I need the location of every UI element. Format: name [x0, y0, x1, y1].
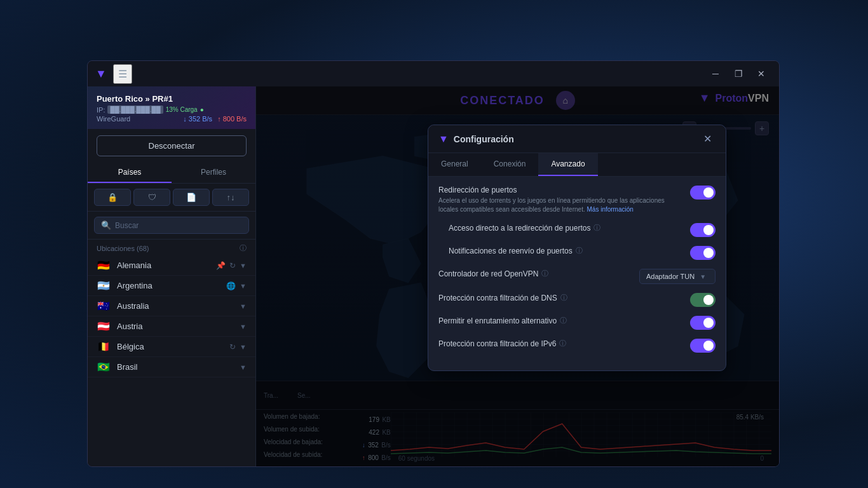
toggle-track-alt-routing[interactable] — [690, 316, 715, 330]
filter-shield-button[interactable]: 🛡 — [133, 189, 170, 206]
toggle-thumb-port-notifications — [703, 248, 714, 258]
pin-icon-alemania: 📌 — [216, 261, 226, 270]
ipv6-leak-info-icon[interactable]: ⓘ — [559, 339, 566, 348]
port-forwarding-link[interactable]: Más información — [587, 206, 633, 213]
setting-port-forwarding-label: Redirección de puertos — [438, 186, 680, 194]
modal-logo-icon: ▼ — [438, 133, 449, 145]
locations-info-icon[interactable]: ⓘ — [240, 243, 247, 253]
maximize-button[interactable]: ❐ — [728, 65, 749, 83]
tab-general[interactable]: General — [428, 153, 481, 176]
close-button[interactable]: ✕ — [751, 65, 771, 83]
sidebar: Puerto Rico » PR#1 IP: ██.███.███.██ 13%… — [88, 86, 256, 466]
openvpn-select[interactable]: Adaptador TUN ▼ — [639, 269, 715, 284]
toggle-ipv6-leak[interactable] — [690, 339, 715, 353]
flag-alemania: 🇩🇪 — [97, 261, 111, 270]
setting-direct-access-label: Acceso directo a la redirección de puert… — [449, 223, 680, 233]
toggle-thumb-direct-access — [703, 225, 714, 235]
filter-speed-button[interactable]: ↑↓ — [212, 189, 249, 206]
app-window: ▼ ☰ ─ ❐ ✕ Puerto Rico » PR#1 IP: ██.███.… — [87, 60, 780, 467]
flag-brasil: 🇧🇷 — [97, 362, 111, 372]
tab-avanzado[interactable]: Avanzado — [538, 153, 597, 176]
setting-dns-leak-label: Protección contra filtración de DNS ⓘ — [438, 293, 680, 302]
flag-australia: 🇦🇺 — [97, 301, 111, 311]
toggle-port-forwarding[interactable] — [690, 186, 715, 200]
setting-direct-access-info: Acceso directo a la redirección de puert… — [449, 223, 690, 233]
hamburger-menu-button[interactable]: ☰ — [113, 64, 132, 84]
country-item-alemania[interactable]: 🇩🇪 Alemania 📌 ↻ ▼ — [88, 255, 255, 276]
filter-router-button[interactable]: 📄 — [173, 189, 210, 206]
proton-logo-icon: ▼ — [95, 67, 107, 81]
country-name-alemania: Alemania — [117, 261, 216, 270]
modal-header: ▼ Configuración ✕ — [428, 125, 726, 153]
main-content: ▽ ▽ ▽ ▽ ▽ ▽ ▽ ▽ CONECTADO ⌂ ▼ — [256, 86, 779, 466]
port-notifications-info-icon[interactable]: ⓘ — [576, 246, 583, 255]
toggle-thumb-ipv6-leak — [703, 341, 714, 351]
openvpn-info-icon[interactable]: ⓘ — [541, 269, 548, 278]
setting-port-notifications-info: Notificaciones de reenvío de puertos ⓘ — [449, 246, 690, 255]
select-arrow-icon: ▼ — [700, 273, 706, 280]
tab-conexion[interactable]: Conexión — [481, 153, 539, 176]
search-input-wrap: 🔍 — [94, 217, 249, 234]
alt-routing-info-icon[interactable]: ⓘ — [560, 316, 567, 325]
country-actions-austria: ▼ — [240, 323, 247, 330]
toggle-track-direct-access[interactable] — [690, 223, 715, 237]
country-item-belgica[interactable]: 🇧🇪 Bélgica ↻ ▼ — [88, 337, 255, 357]
setting-openvpn-label: Controlador de red OpenVPN ⓘ — [438, 269, 629, 278]
toggle-track-ipv6-leak[interactable] — [690, 339, 715, 353]
flag-belgica: 🇧🇪 — [97, 342, 111, 351]
setting-ipv6-leak-info: Protección contra filtración de IPv6 ⓘ — [438, 339, 690, 348]
country-item-austria[interactable]: 🇦🇹 Austria ▼ — [88, 316, 255, 337]
toggle-port-notifications[interactable] — [690, 246, 715, 260]
refresh-icon-alemania: ↻ — [229, 261, 236, 270]
toggle-thumb-port-forwarding — [703, 187, 714, 198]
setting-alt-routing-label: Permitir el enrutamiento alternativo ⓘ — [438, 316, 680, 325]
toggle-thumb-alt-routing — [703, 318, 714, 328]
toggle-track-dns-leak[interactable] — [690, 293, 715, 307]
toggle-track-port-forwarding[interactable] — [690, 186, 715, 200]
chevron-argentina: ▼ — [240, 282, 247, 290]
speed-up: ↑ 800 B/s — [217, 115, 247, 123]
country-name-belgica: Bélgica — [117, 342, 229, 351]
country-name-argentina: Argentina — [117, 281, 226, 290]
setting-dns-leak-info: Protección contra filtración de DNS ⓘ — [438, 293, 690, 302]
toggle-alt-routing[interactable] — [690, 316, 715, 330]
title-bar-controls: ─ ❐ ✕ — [705, 65, 771, 83]
country-actions-alemania: 📌 ↻ ▼ — [216, 261, 247, 270]
modal-close-button[interactable]: ✕ — [700, 132, 715, 146]
refresh-icon-belgica: ↻ — [229, 342, 236, 351]
country-item-argentina[interactable]: 🇦🇷 Argentina 🌐 ▼ — [88, 276, 255, 296]
disconnect-button[interactable]: Desconectar — [97, 135, 247, 156]
chevron-alemania: ▼ — [240, 262, 247, 269]
connection-protocol: WireGuard ↓ 352 B/s ↑ 800 B/s — [97, 115, 247, 123]
country-actions-australia: ▼ — [240, 302, 247, 310]
setting-ipv6-leak-label: Protección contra filtración de IPv6 ⓘ — [438, 339, 680, 348]
country-actions-brasil: ▼ — [240, 363, 247, 371]
filter-secure-button[interactable]: 🔒 — [94, 189, 131, 206]
chevron-belgica: ▼ — [240, 343, 247, 351]
tab-profiles[interactable]: Perfiles — [172, 163, 255, 183]
modal-overlay: ▼ Configuración ✕ General Conexión Avanz… — [256, 86, 779, 466]
tab-countries[interactable]: Países — [88, 163, 172, 183]
direct-access-info-icon[interactable]: ⓘ — [593, 223, 600, 233]
settings-modal: ▼ Configuración ✕ General Conexión Avanz… — [428, 125, 726, 371]
toggle-direct-access[interactable] — [690, 223, 715, 237]
search-input[interactable] — [115, 221, 242, 230]
country-name-australia: Australia — [117, 301, 240, 311]
dns-leak-info-icon[interactable]: ⓘ — [560, 293, 567, 302]
country-item-australia[interactable]: 🇦🇺 Australia ▼ — [88, 296, 255, 316]
connection-location: Puerto Rico » PR#1 — [97, 94, 247, 104]
search-icon: 🔍 — [101, 220, 111, 230]
country-item-brasil[interactable]: 🇧🇷 Brasil ▼ — [88, 357, 255, 377]
connection-speed: ↓ 352 B/s ↑ 800 B/s — [183, 115, 247, 123]
minimize-button[interactable]: ─ — [705, 65, 726, 83]
app-body: Puerto Rico » PR#1 IP: ██.███.███.██ 13%… — [88, 86, 779, 466]
title-bar-left: ▼ ☰ — [95, 64, 132, 84]
modal-tabs: General Conexión Avanzado — [428, 153, 726, 177]
toggle-dns-leak[interactable] — [690, 293, 715, 307]
connection-ip: IP: ██.███.███.██ 13% Carga ● — [97, 105, 247, 114]
chevron-australia: ▼ — [240, 302, 247, 310]
toggle-track-port-notifications[interactable] — [690, 246, 715, 260]
setting-openvpn: Controlador de red OpenVPN ⓘ Adaptador T… — [438, 269, 715, 284]
connection-header: Puerto Rico » PR#1 IP: ██.███.███.██ 13%… — [88, 86, 255, 129]
sidebar-tabs: Países Perfiles — [88, 163, 255, 184]
